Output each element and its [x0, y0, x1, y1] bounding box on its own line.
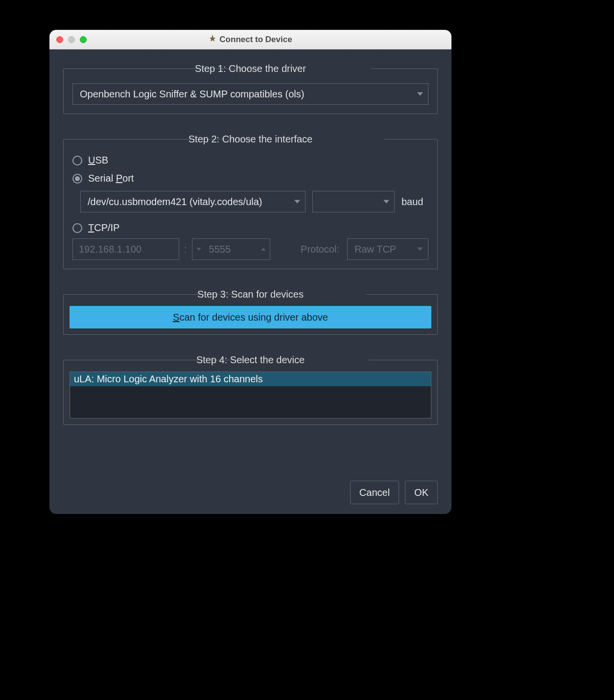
chevron-down-icon — [294, 200, 300, 204]
app-icon — [209, 34, 216, 45]
tcpip-settings-row: 192.168.1.100 : 5555 Protocol: Raw TCP — [72, 238, 428, 260]
chevron-down-icon — [417, 248, 423, 251]
tcp-ip-input[interactable]: 192.168.1.100 — [72, 238, 179, 260]
tcpip-label: TCP/IP — [88, 222, 119, 233]
device-list[interactable]: uLA: Micro Logic Analyzer with 16 channe… — [70, 372, 431, 419]
dialog-content: Step 1: Choose the driver Openbench Logi… — [49, 49, 451, 514]
radio-icon — [72, 223, 82, 233]
connect-dialog: Connect to Device Step 1: Choose the dri… — [49, 30, 451, 514]
step1-legend: Step 1: Choose the driver — [190, 63, 311, 74]
tcp-port-placeholder: 5555 — [209, 244, 231, 255]
window-minimize-button[interactable] — [68, 36, 75, 43]
ok-button[interactable]: OK — [405, 481, 438, 504]
interface-radio-usb[interactable]: USB — [72, 155, 428, 166]
step4-group: Step 4: Select the device uLA: Micro Log… — [63, 354, 438, 425]
driver-select[interactable]: Openbench Logic Sniffer & SUMP compatibl… — [72, 83, 428, 105]
window-title: Connect to Device — [219, 35, 292, 45]
scan-button[interactable]: Scan for devices using driver above — [70, 306, 431, 328]
window-close-button[interactable] — [56, 36, 63, 43]
serial-label: Serial Port — [88, 173, 134, 184]
step3-legend: Step 3: Scan for devices — [192, 289, 308, 300]
usb-label: USB — [88, 155, 108, 166]
baud-select[interactable] — [312, 191, 395, 212]
radio-icon — [72, 156, 82, 165]
window-zoom-button[interactable] — [80, 36, 87, 43]
tcp-ip-placeholder: 192.168.1.100 — [79, 244, 142, 255]
protocol-value: Raw TCP — [354, 244, 396, 255]
step1-group: Step 1: Choose the driver Openbench Logi… — [63, 63, 438, 114]
serial-settings-row: /dev/cu.usbmodem421 (vitaly.codes/ula) b… — [80, 191, 428, 212]
cancel-button[interactable]: Cancel — [350, 481, 399, 504]
interface-radio-tcpip[interactable]: TCP/IP — [72, 222, 428, 233]
protocol-select[interactable]: Raw TCP — [347, 238, 428, 260]
interface-radio-serial[interactable]: Serial Port — [72, 173, 428, 184]
chevron-down-icon — [196, 248, 201, 251]
driver-select-value: Openbench Logic Sniffer & SUMP compatibl… — [80, 89, 304, 100]
chevron-down-icon — [417, 93, 423, 96]
device-list-item[interactable]: uLA: Micro Logic Analyzer with 16 channe… — [70, 372, 431, 386]
radio-icon — [72, 174, 82, 184]
scan-button-label: Scan for devices using driver above — [173, 312, 328, 323]
chevron-up-icon — [261, 248, 266, 251]
window-controls — [56, 36, 87, 43]
titlebar: Connect to Device — [49, 30, 451, 49]
baud-label: baud — [401, 196, 424, 208]
tcp-port-input[interactable]: 5555 — [192, 238, 270, 260]
dialog-footer: Cancel OK — [63, 466, 438, 504]
serial-port-select[interactable]: /dev/cu.usbmodem421 (vitaly.codes/ula) — [80, 191, 306, 212]
step4-legend: Step 4: Select the device — [191, 354, 309, 366]
step2-group: Step 2: Choose the interface USB Serial … — [63, 134, 438, 269]
ip-port-separator: : — [184, 244, 187, 255]
step2-legend: Step 2: Choose the interface — [184, 134, 318, 145]
protocol-label: Protocol: — [301, 244, 339, 255]
step3-group: Step 3: Scan for devices Scan for device… — [63, 289, 438, 335]
chevron-down-icon — [383, 200, 389, 204]
serial-port-value: /dev/cu.usbmodem421 (vitaly.codes/ula) — [88, 196, 262, 208]
